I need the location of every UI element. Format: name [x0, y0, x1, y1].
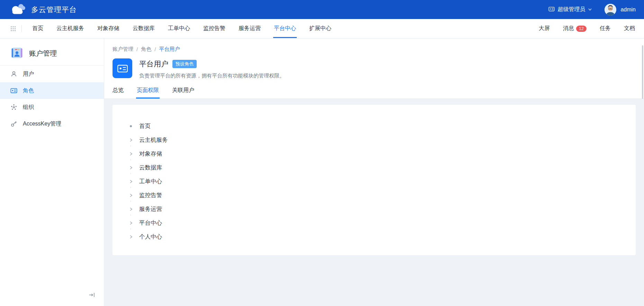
nav-item-cloud-database[interactable]: 云数据库	[132, 19, 155, 38]
breadcrumb-current: 平台用户	[159, 46, 180, 53]
contact-book-icon	[10, 46, 24, 61]
account-sidebar: 账户管理 用户 角色	[0, 38, 104, 306]
tab-overview[interactable]: 总览	[113, 87, 124, 99]
user-avatar[interactable]	[605, 4, 616, 16]
vertical-scrollbar-thumb[interactable]	[642, 45, 643, 99]
chevron-right-icon[interactable]	[126, 177, 135, 186]
nav-item-ticket-center[interactable]: 工单中心	[167, 19, 191, 38]
tree-row-cloud-host[interactable]: 云主机服务	[126, 133, 636, 147]
nav-item-docs[interactable]: 文档	[623, 25, 636, 32]
nav-menu: 首页 云主机服务 对象存储 云数据库 工单中心 监控告警 服务运营 平台中心 扩…	[32, 19, 332, 38]
tree-leaf-dot-icon	[126, 122, 135, 130]
chevron-right-icon[interactable]	[126, 233, 135, 241]
breadcrumb-separator: /	[154, 46, 156, 52]
role-switcher-dropdown[interactable]: 超级管理员	[548, 6, 592, 13]
tab-page-permissions[interactable]: 页面权限	[137, 87, 159, 99]
breadcrumb-account[interactable]: 账户管理	[113, 46, 133, 53]
chevron-down-icon	[588, 7, 592, 13]
breadcrumb-roles[interactable]: 角色	[141, 46, 151, 53]
nav-item-extension-center[interactable]: 扩展中心	[308, 19, 332, 38]
collapse-sidebar-icon[interactable]	[87, 290, 96, 299]
sidebar-item-label: 用户	[23, 71, 34, 78]
tree-row-personal-center[interactable]: 个人中心	[126, 230, 636, 244]
idcard-icon	[10, 87, 17, 94]
user-icon	[10, 71, 17, 77]
chevron-right-icon[interactable]	[126, 191, 135, 200]
main-content: 账户管理 / 角色 / 平台用户	[104, 38, 644, 306]
role-switcher-label: 超级管理员	[557, 6, 585, 13]
tree-row-monitoring[interactable]: 监控告警	[126, 188, 636, 202]
tree-row-platform-center[interactable]: 平台中心	[126, 216, 636, 230]
preset-role-tag: 预设角色	[172, 60, 197, 68]
waffle-grid-icon[interactable]	[10, 26, 16, 31]
nav-item-tasks[interactable]: 任务	[599, 25, 611, 32]
key-icon	[10, 120, 17, 127]
app-title: 多云管理平台	[31, 5, 77, 15]
chevron-right-icon[interactable]	[126, 164, 135, 172]
chevron-right-icon[interactable]	[126, 205, 135, 213]
role-meta: 平台用户 预设角色 负责管理平台的所有资源，拥有平台所有功能模块的管理权限。	[139, 58, 285, 79]
sidebar-header: 账户管理	[0, 41, 104, 66]
sidebar-item-organization[interactable]: 组织	[0, 99, 104, 115]
top-header: 多云管理平台 超级管理员	[0, 0, 644, 19]
tree-row-object-storage[interactable]: 对象存储	[126, 147, 636, 161]
tab-associated-users[interactable]: 关联用户	[172, 87, 194, 99]
nav-item-big-screen[interactable]: 大屏	[538, 25, 551, 32]
nav-item-object-storage[interactable]: 对象存储	[97, 19, 120, 38]
role-name: 平台用户	[139, 59, 168, 69]
app-window: 多云管理平台 超级管理员	[0, 0, 644, 306]
cloud-logo-icon	[10, 2, 26, 18]
breadcrumb-separator: /	[136, 46, 138, 52]
messages-label: 消息	[563, 25, 574, 32]
nav-item-messages[interactable]: 消息 12	[562, 25, 587, 32]
role-description: 负责管理平台的所有资源，拥有平台所有功能模块的管理权限。	[139, 73, 285, 79]
breadcrumb: 账户管理 / 角色 / 平台用户	[113, 38, 644, 53]
page-body: 账户管理 用户 角色	[0, 38, 644, 306]
sidebar-item-label: 角色	[23, 87, 34, 94]
nav-item-home[interactable]: 首页	[32, 19, 44, 38]
username-label[interactable]: admin	[620, 7, 636, 13]
org-cluster-icon	[10, 104, 17, 111]
tree-row-ticket-center[interactable]: 工单中心	[126, 175, 636, 188]
sidebar-item-label: AccessKey管理	[23, 120, 61, 128]
idcard-icon	[548, 6, 555, 13]
tree-row-home[interactable]: 首页	[126, 119, 636, 133]
nav-divider	[21, 25, 22, 32]
sidebar-item-users[interactable]: 用户	[0, 66, 104, 82]
sidebar-item-accesskey[interactable]: AccessKey管理	[0, 115, 104, 132]
nav-item-platform-center[interactable]: 平台中心	[273, 19, 297, 38]
sidebar-item-label: 组织	[23, 104, 34, 111]
nav-item-cloud-host[interactable]: 云主机服务	[56, 19, 85, 38]
nav-item-monitoring[interactable]: 监控告警	[203, 19, 226, 38]
chevron-right-icon[interactable]	[126, 150, 135, 158]
tab-panel-page-permissions: 首页 云主机服务 对象存储	[104, 99, 644, 306]
tree-row-cloud-database[interactable]: 云数据库	[126, 161, 636, 175]
nav-item-service-ops[interactable]: 服务运营	[238, 19, 261, 38]
chevron-right-icon[interactable]	[126, 219, 135, 227]
messages-count-badge: 12	[576, 26, 587, 32]
role-detail-tabs: 总览 页面权限 关联用户	[113, 87, 644, 99]
permission-tree-card: 首页 云主机服务 对象存储	[113, 105, 636, 255]
nav-right-group: 大屏 消息 12 任务 文档	[538, 25, 636, 32]
tree-row-service-ops[interactable]: 服务运营	[126, 202, 636, 216]
sidebar-item-roles[interactable]: 角色	[0, 82, 104, 99]
main-navbar: 首页 云主机服务 对象存储 云数据库 工单中心 监控告警 服务运营 平台中心 扩…	[0, 19, 644, 38]
detail-header-section: 账户管理 / 角色 / 平台用户	[104, 38, 644, 99]
chevron-right-icon[interactable]	[126, 136, 135, 144]
role-header: 平台用户 预设角色 负责管理平台的所有资源，拥有平台所有功能模块的管理权限。	[113, 58, 644, 79]
sidebar-title: 账户管理	[29, 49, 57, 58]
role-idcard-icon	[113, 58, 132, 78]
